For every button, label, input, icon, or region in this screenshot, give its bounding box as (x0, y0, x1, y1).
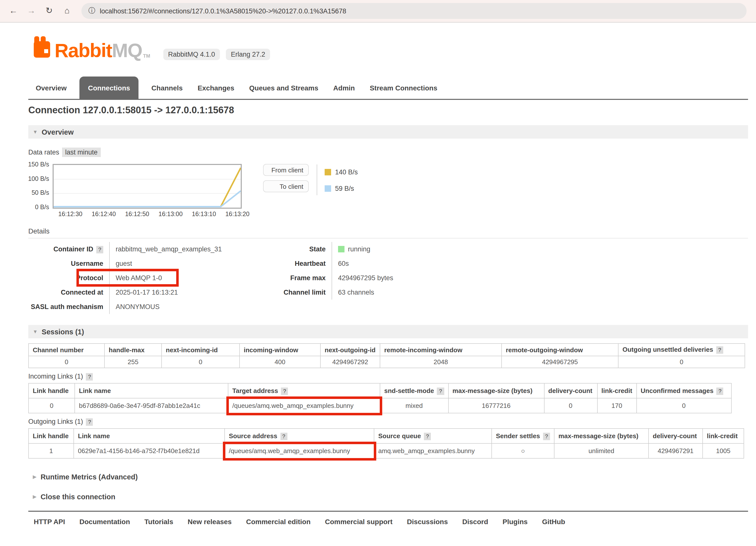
column-header-channel-number: Channel number (29, 344, 104, 356)
chart-x-labels: 16:12:3016:12:4016:12:5016:13:0016:13:10… (54, 211, 241, 218)
rabbitmq-logo-text[interactable]: RabbitMQ (55, 41, 142, 61)
column-header-delivery-count: delivery-count (649, 429, 703, 443)
trademark-label: TM (143, 52, 150, 61)
cell: 2048 (380, 356, 502, 368)
cell: 170 (597, 398, 636, 413)
help-icon[interactable]: ? (543, 433, 550, 440)
help-icon[interactable]: ? (281, 387, 288, 395)
column-header-next-incoming-id: next-incoming-id (162, 344, 240, 356)
rabbitmq-logo-icon (34, 36, 52, 61)
chrome-divider (0, 22, 756, 23)
fact-row-container-id: Container ID? rabbitmq_web_amqp_examples… (28, 242, 245, 256)
tab-exchanges[interactable]: Exchanges (190, 84, 242, 99)
expand-triangle-icon: ▶ (33, 494, 36, 499)
tab-stream-connections[interactable]: Stream Connections (362, 84, 445, 99)
footer-link-documentation[interactable]: Documentation (79, 518, 130, 526)
tab-admin[interactable]: Admin (326, 84, 362, 99)
url-text: localhost:15672/#/connections/127.0.0.1%… (100, 7, 346, 15)
outgoing-links-label: Outgoing Links (1)? (28, 418, 748, 426)
sessions-table: Channel numberhandle-maxnext-incoming-id… (28, 343, 745, 368)
column-header-link-handle: Link handle (29, 429, 74, 443)
tab-connections[interactable]: Connections (80, 76, 139, 99)
y-axis-tick: 0 B/s (35, 204, 49, 211)
highlighted-cell: /queues/amq.web_amqp_examples.bunny (225, 443, 374, 458)
column-header-max-message-size-bytes: max-message-size (bytes) (554, 429, 649, 443)
address-bar[interactable]: ⓘ localhost:15672/#/connections/127.0.0.… (81, 3, 747, 19)
fact-row-username: Username guest (28, 256, 245, 271)
x-axis-tick: 16:12:40 (92, 211, 116, 217)
column-header-unconfirmed-messages: Unconfirmed messages? (636, 383, 731, 398)
incoming-links-label: Incoming Links (1)? (28, 373, 748, 381)
page-title: Connection 127.0.0.1:58015 -> 127.0.0.1:… (28, 104, 748, 116)
reload-icon[interactable]: ↻ (42, 3, 57, 18)
footer-link-plugins[interactable]: Plugins (503, 518, 528, 526)
fact-row-protocol: Protocol Web AMQP 1-0 (28, 271, 245, 285)
tab-queues-and-streams[interactable]: Queues and Streams (242, 84, 326, 99)
page-content: RabbitMQ TM RabbitMQ 4.1.0 Erlang 27.2 O… (0, 38, 756, 526)
browser-chrome: ← → ↻ ⌂ ⓘ localhost:15672/#/connections/… (0, 0, 756, 22)
footer-link-http-api[interactable]: HTTP API (34, 518, 65, 526)
sessions-section-header[interactable]: ▼ Sessions (1) (28, 325, 748, 338)
main-nav-tabs: Overview Connections Channels Exchanges … (28, 76, 748, 100)
cell: 0 (29, 398, 75, 413)
rate-mode-selector[interactable]: last minute (62, 147, 101, 157)
x-axis-tick: 16:12:30 (58, 211, 82, 217)
help-icon[interactable]: ? (280, 433, 287, 440)
column-header-link-credit: link-credit (703, 429, 744, 443)
incoming-links-table: Link handleLink nameTarget address?snd-s… (28, 383, 731, 413)
help-icon[interactable]: ? (86, 373, 93, 381)
fact-row-channel-limit: Channel limit 63 channels (249, 285, 393, 300)
footer-link-tutorials[interactable]: Tutorials (144, 518, 173, 526)
site-info-icon[interactable]: ⓘ (88, 6, 95, 15)
app-header: RabbitMQ TM RabbitMQ 4.1.0 Erlang 27.2 (34, 38, 748, 61)
footer-link-discord[interactable]: Discord (462, 518, 488, 526)
footer-link-new-releases[interactable]: New releases (188, 518, 232, 526)
help-icon[interactable]: ? (96, 246, 103, 253)
cell: 1005 (703, 443, 744, 458)
help-icon[interactable]: ? (424, 433, 431, 440)
to-client-button[interactable]: To client (263, 180, 309, 192)
y-axis-tick: 100 B/s (28, 175, 49, 182)
close-connection-section-header[interactable]: ▶ Close this connection (33, 493, 748, 501)
footer-link-github[interactable]: GitHub (542, 518, 565, 526)
data-rates-chart: 150 B/s100 B/s50 B/s0 B/s 16:12:3016:12:… (28, 164, 748, 209)
cell: amq.web_amqp_examples.bunny (374, 443, 492, 458)
from-client-button[interactable]: From client (263, 164, 309, 176)
help-icon[interactable]: ? (86, 418, 93, 426)
chart-plot: 16:12:3016:12:4016:12:5016:13:0016:13:10… (53, 164, 242, 209)
browser-window: ← → ↻ ⌂ ⓘ localhost:15672/#/connections/… (0, 0, 756, 546)
footer-link-commercial-support[interactable]: Commercial support (325, 518, 392, 526)
footer-link-commercial-edition[interactable]: Commercial edition (246, 518, 310, 526)
outgoing-links-table: Link handleLink nameSource address?Sourc… (28, 428, 744, 459)
tab-overview[interactable]: Overview (28, 84, 74, 99)
forward-icon[interactable]: → (24, 3, 39, 18)
cell: mixed (380, 398, 448, 413)
state-green-indicator (338, 246, 344, 252)
fact-row-connected-at: Connected at 2025-01-17 16:13:21 (28, 285, 245, 300)
footer-link-discussions[interactable]: Discussions (407, 518, 448, 526)
column-header-target-address: Target address? (228, 383, 380, 398)
help-icon[interactable]: ? (716, 346, 723, 354)
collapse-triangle-icon: ▼ (33, 329, 38, 334)
cell: unlimited (554, 443, 649, 458)
back-icon[interactable]: ← (6, 3, 21, 18)
cell: 0 (29, 356, 104, 368)
help-icon[interactable]: ? (437, 387, 444, 395)
details-facts: Container ID? rabbitmq_web_amqp_examples… (28, 242, 748, 316)
help-icon[interactable]: ? (717, 387, 723, 395)
collapse-triangle-icon: ▼ (33, 129, 38, 134)
chart-plot-svg (54, 165, 241, 208)
tab-channels[interactable]: Channels (144, 84, 190, 99)
cell: 4294967292 (320, 356, 380, 368)
home-icon[interactable]: ⌂ (60, 3, 74, 18)
column-header-max-message-size-bytes: max-message-size (bytes) (448, 383, 544, 398)
footer-links: HTTP API Documentation Tutorials New rel… (34, 518, 748, 526)
runtime-metrics-section-header[interactable]: ▶ Runtime Metrics (Advanced) (33, 473, 748, 481)
fact-row-state: State running (249, 242, 393, 256)
column-header-sender-settles: Sender settles? (492, 429, 554, 443)
overview-section-header[interactable]: ▼ Overview (28, 125, 748, 139)
column-header-source-address: Source address? (225, 429, 374, 443)
chart-legend: From client To client 140 B/s 59 B/s (263, 164, 358, 199)
column-header-link-name: Link name (74, 429, 225, 443)
cell: 0629e7a1-4156-b146-a752-f7b40e1e821d (74, 443, 225, 458)
